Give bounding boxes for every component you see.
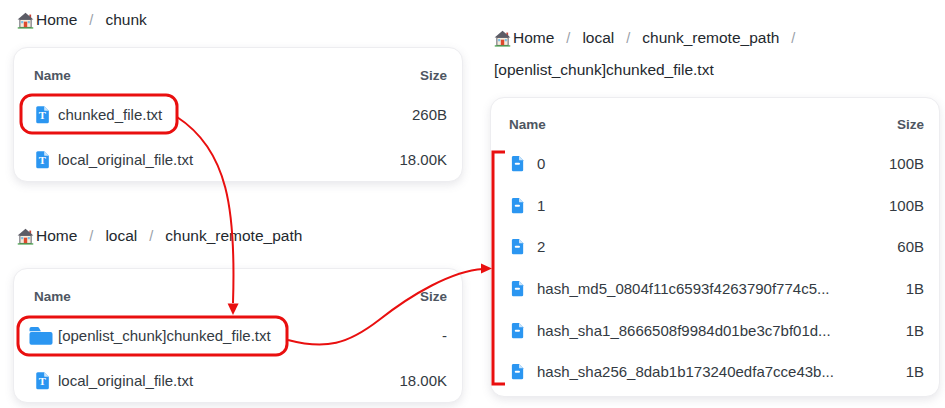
file-icon: [509, 238, 526, 255]
file-size: 260B: [412, 106, 447, 123]
breadcrumb-separator: /: [149, 228, 153, 244]
text-file-icon: [33, 150, 52, 169]
file-size: -: [442, 327, 447, 344]
breadcrumb-current-openlist-chunk-folder: [openlist_chunk]chunked_file.txt: [494, 61, 714, 79]
breadcrumb-separator: /: [566, 30, 570, 46]
file-name: local_original_file.txt: [58, 151, 399, 168]
breadcrumb-separator: /: [626, 30, 630, 46]
column-header-size: Size: [897, 117, 924, 132]
file-icon: [509, 155, 526, 172]
breadcrumb-home-link[interactable]: Home: [513, 29, 554, 47]
file-list-panel-chunk-remote-path: Name Size [openlist_chunk]chunked_file.t…: [13, 268, 463, 403]
column-header-name: Name: [34, 289, 71, 304]
breadcrumb-separator: /: [89, 228, 93, 244]
home-icon: [17, 12, 34, 29]
file-row-hash-sha256[interactable]: hash_sha256_8dab1b173240edfa7cce43b... 1…: [509, 351, 924, 393]
home-icon: [494, 30, 511, 47]
file-name: hash_md5_0804f11c6593f4263790f774c5...: [537, 280, 906, 297]
file-icon: [509, 280, 526, 297]
file-size: 60B: [897, 238, 924, 255]
breadcrumb-chunk-remote-path-link[interactable]: chunk_remote_path: [642, 29, 779, 47]
file-name: hash_sha256_8dab1b173240edfa7cce43b...: [537, 363, 906, 380]
file-row-chunk-2[interactable]: 2 60B: [509, 226, 924, 268]
breadcrumb-home-link[interactable]: Home: [36, 11, 77, 29]
breadcrumb-separator: /: [89, 12, 93, 28]
file-name: local_original_file.txt: [58, 372, 399, 389]
home-icon: [17, 228, 34, 245]
file-size: 1B: [906, 363, 924, 380]
column-header-name: Name: [509, 117, 546, 132]
file-size: 100B: [889, 197, 924, 214]
file-icon: [509, 363, 526, 380]
file-name: 1: [537, 197, 889, 214]
file-size: 18.00K: [399, 151, 447, 168]
column-header-name: Name: [34, 68, 71, 83]
breadcrumb-home-link[interactable]: Home: [36, 227, 77, 245]
file-name: 2: [537, 238, 897, 255]
file-size: 100B: [889, 155, 924, 172]
file-row-chunked-file[interactable]: chunked_file.txt 260B: [28, 92, 447, 137]
file-name: [openlist_chunk]chunked_file.txt: [58, 327, 442, 344]
column-header-size: Size: [420, 289, 447, 304]
breadcrumb-separator: /: [791, 30, 795, 46]
file-name: chunked_file.txt: [58, 106, 412, 123]
file-icon: [509, 322, 526, 339]
breadcrumb-chunk-remote-path: Home / local / chunk_remote_path: [17, 227, 302, 245]
file-row-hash-sha1[interactable]: hash_sha1_8666508f9984d01be3c7bf01d... 1…: [509, 309, 924, 351]
breadcrumb-current-chunk: chunk: [105, 11, 146, 29]
file-name: hash_sha1_8666508f9984d01be3c7bf01d...: [537, 322, 906, 339]
folder-icon: [28, 325, 54, 346]
file-row-local-original[interactable]: local_original_file.txt 18.00K: [28, 358, 447, 403]
breadcrumb-current-chunk-remote-path: chunk_remote_path: [165, 227, 302, 245]
text-file-icon: [33, 371, 52, 390]
breadcrumb-chunk-folder: Home / local / chunk_remote_path /: [494, 29, 795, 47]
file-row-chunk-0[interactable]: 0 100B: [509, 143, 924, 185]
column-header-size: Size: [420, 68, 447, 83]
file-size: 1B: [906, 280, 924, 297]
file-row-hash-md5[interactable]: hash_md5_0804f11c6593f4263790f774c5... 1…: [509, 268, 924, 310]
text-file-icon: [33, 105, 52, 124]
breadcrumb-chunk: Home / chunk: [17, 11, 147, 29]
breadcrumb-local-link[interactable]: local: [105, 227, 137, 245]
file-icon: [509, 197, 526, 214]
file-name: 0: [537, 155, 889, 172]
file-size: 18.00K: [399, 372, 447, 389]
file-row-chunk-1[interactable]: 1 100B: [509, 185, 924, 227]
file-list-panel-chunk: Name Size chunked_file.txt 260B local_or…: [13, 47, 463, 182]
file-row-local-original[interactable]: local_original_file.txt 18.00K: [28, 137, 447, 182]
file-size: 1B: [906, 322, 924, 339]
breadcrumb-local-link[interactable]: local: [582, 29, 614, 47]
file-row-openlist-chunk-folder[interactable]: [openlist_chunk]chunked_file.txt -: [28, 313, 447, 358]
file-list-panel-chunk-folder-contents: Name Size 0 100B 1 100B 2 60B hash_md5_0…: [490, 97, 940, 397]
